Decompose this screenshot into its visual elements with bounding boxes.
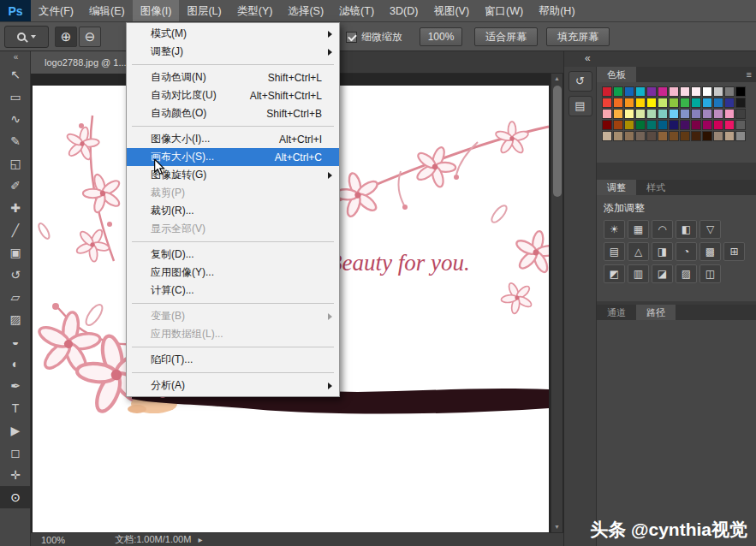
swatch[interactable] [735,109,746,119]
swatch[interactable] [602,109,612,119]
zoom-in-button[interactable]: ⊕ [55,27,77,47]
selective-color-icon[interactable]: ◫ [699,264,721,283]
scroll-up-icon[interactable]: ▲ [551,74,563,84]
swatch[interactable] [658,86,668,97]
swatch[interactable] [724,120,735,130]
menu-separator[interactable] [127,61,339,68]
levels-icon[interactable]: ▦ [628,220,649,239]
swatch[interactable] [669,86,679,97]
swatch[interactable] [658,120,668,130]
crop-tool[interactable]: ◱ [0,152,31,175]
swatch[interactable] [735,86,746,97]
hue-saturation-icon[interactable]: ▤ [604,242,625,261]
type-tool[interactable]: T [0,397,31,419]
swatch[interactable] [646,120,657,130]
menu-item-apply-data-set[interactable]: 应用数据组(L)... [127,325,339,343]
menu-item-trim[interactable]: 裁切(R)... [127,202,339,220]
menu-item-apply-image[interactable]: 应用图像(Y)... [127,264,339,282]
healing-brush-tool[interactable]: ✚ [0,197,31,219]
swatch[interactable] [702,109,712,119]
swatch[interactable] [691,86,701,97]
blur-tool[interactable]: ◒ [0,330,31,353]
menu-separator[interactable] [127,300,339,307]
zoom-tool-preset-button[interactable] [4,26,49,48]
swatch[interactable] [602,86,612,97]
swatch[interactable] [646,109,657,119]
swatch[interactable] [680,109,690,119]
swatch[interactable] [646,131,657,141]
posterize-icon[interactable]: ▥ [628,264,649,283]
swatch[interactable] [669,120,679,130]
swatch[interactable] [624,120,634,130]
swatch[interactable] [635,109,646,119]
document-tab[interactable]: logo2788.jpg @ 1... [31,51,141,74]
swatch[interactable] [713,120,723,130]
zoom-100-button[interactable]: 100% [420,27,462,46]
curves-icon[interactable]: ◠ [652,220,673,239]
swatch[interactable] [713,109,723,119]
menu-file[interactable]: 文件(F) [31,0,81,21]
menu-help[interactable]: 帮助(H) [531,0,582,21]
menu-filter[interactable]: 滤镜(T) [331,0,382,21]
eyedropper-tool[interactable]: ✐ [0,175,31,197]
swatch[interactable] [635,120,646,130]
swatch[interactable] [602,131,612,141]
history-brush-tool[interactable]: ↺ [0,264,31,286]
photo-filter-icon[interactable]: ◔ [676,242,697,261]
menu-select[interactable]: 选择(S) [280,0,331,21]
zoom-out-button[interactable]: ⊖ [79,27,101,47]
hand-tool[interactable]: ✛ [0,464,31,486]
swatch[interactable] [724,109,735,119]
swatch[interactable] [691,98,701,108]
swatch[interactable] [602,120,612,130]
menu-separator[interactable] [127,238,339,246]
swatch[interactable] [613,109,623,119]
swatch[interactable] [691,131,701,141]
swatch[interactable] [691,109,701,119]
menu-window[interactable]: 窗口(W) [477,0,531,21]
swatch[interactable] [680,86,690,97]
marquee-tool[interactable]: ▭ [0,86,31,108]
swatch[interactable] [635,86,646,97]
swatch[interactable] [713,86,723,97]
swatch[interactable] [646,98,657,108]
clone-stamp-tool[interactable]: ▣ [0,241,31,264]
invert-icon[interactable]: ◩ [604,264,625,283]
tab-swatches[interactable]: 色板 [597,67,636,82]
quick-selection-tool[interactable]: ✎ [0,130,31,152]
menu-item-analysis[interactable]: 分析(A) [127,377,339,395]
swatch[interactable] [713,98,723,108]
status-arrow-icon[interactable]: ▸ [198,535,202,544]
swatch[interactable] [669,98,679,108]
scrollbar-thumb[interactable] [553,86,562,197]
menu-item-auto-tone[interactable]: 自动色调(N) Shift+Ctrl+L [127,68,339,86]
toolbar-collapse-icon[interactable]: « [0,51,30,63]
channel-mixer-icon[interactable]: ▩ [699,242,721,261]
menu-view[interactable]: 视图(V) [426,0,477,21]
swatch[interactable] [702,86,712,97]
fill-screen-button[interactable]: 填充屏幕 [546,27,610,46]
menu-item-mode[interactable]: 模式(M) [127,25,339,43]
swatch[interactable] [680,131,690,141]
swatch[interactable] [702,120,712,130]
swatch[interactable] [624,98,634,108]
menu-separator[interactable] [127,343,339,351]
vibrance-icon[interactable]: ▽ [699,220,721,239]
swatch[interactable] [658,131,668,141]
menu-item-auto-color[interactable]: 自动颜色(O) Shift+Ctrl+B [127,104,339,122]
color-balance-icon[interactable]: △ [628,242,649,261]
swatch[interactable] [724,98,735,108]
smooth-zoom-checkbox[interactable] [346,32,357,43]
swatch[interactable] [680,120,690,130]
swatch[interactable] [602,98,612,108]
menu-image[interactable]: 图像(I) [133,0,180,21]
brightness-contrast-icon[interactable]: ☀ [604,220,625,239]
menu-item-trap[interactable]: 陷印(T)... [127,351,339,369]
menu-item-image-size[interactable]: 图像大小(I)... Alt+Ctrl+I [127,130,339,148]
panel-menu-icon[interactable]: ≡ [741,67,756,82]
dodge-tool[interactable]: ◐ [0,353,31,375]
swatch[interactable] [624,86,634,97]
black-white-icon[interactable]: ◨ [652,242,673,261]
status-zoom-level[interactable]: 100% [41,535,65,545]
swatch[interactable] [646,86,657,97]
